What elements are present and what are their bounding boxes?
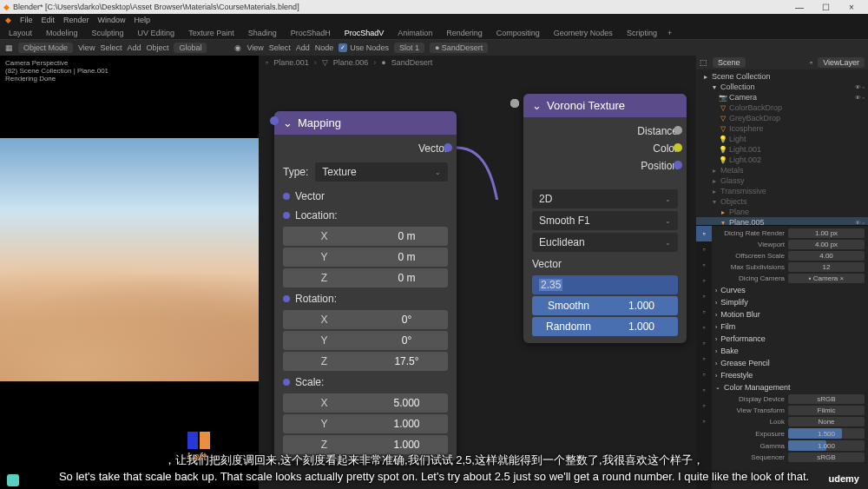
voronoi-metric-select[interactable]: Euclidean⌄ xyxy=(532,233,678,252)
props-tab-data[interactable]: ▫ xyxy=(696,382,712,398)
voronoi-output-distance[interactable]: Distance xyxy=(532,122,678,140)
props-tab-render[interactable]: ▫ xyxy=(696,226,712,241)
outliner-row[interactable]: ▾Objects xyxy=(696,196,868,207)
outliner-row[interactable]: ▸Glassy xyxy=(696,175,868,186)
menu-window[interactable]: Window xyxy=(98,16,126,24)
viewport-menu-view[interactable]: View xyxy=(78,43,95,52)
outliner-row[interactable]: ▸Metals xyxy=(696,165,868,175)
mapping-vector-input[interactable]: Vector xyxy=(283,187,448,206)
visibility-toggles[interactable]: 👁▫ xyxy=(855,220,865,226)
prop-section-simplify[interactable]: ›Simplify xyxy=(715,296,865,308)
tab-shading[interactable]: Shading xyxy=(245,29,280,37)
outliner-row[interactable]: ▸Transmissive xyxy=(696,186,868,196)
visibility-toggles[interactable]: 👁▫ xyxy=(855,84,865,90)
use-nodes-checkbox[interactable]: ✓ Use Nodes xyxy=(339,43,389,52)
prop-section-performance[interactable]: ›Performance xyxy=(715,333,865,345)
tab-texture-paint[interactable]: Texture Paint xyxy=(185,29,238,37)
node-menu-view[interactable]: View xyxy=(247,43,263,52)
mode-select[interactable]: Object Mode xyxy=(18,43,73,53)
max-subdiv-field[interactable]: 12 xyxy=(788,262,865,272)
node-voronoi[interactable]: ⌄ Voronoi Texture Distance Color Positio… xyxy=(523,94,687,343)
breadcrumb-item-2[interactable]: Plane.006 xyxy=(333,58,369,67)
tab-procshadh[interactable]: ProcShadH xyxy=(287,29,334,37)
breadcrumb-item-3[interactable]: SandDesert xyxy=(391,58,433,67)
material-select[interactable]: ● SandDesert xyxy=(430,43,488,53)
props-tab-modifiers[interactable]: ▫ xyxy=(696,320,712,335)
mapping-output-vector[interactable]: Vector xyxy=(283,140,448,157)
prop-section-grease-pencil[interactable]: ›Grease Pencil xyxy=(715,357,865,369)
slot-select[interactable]: Slot 1 xyxy=(394,43,424,53)
props-tab-constraints[interactable]: ▫ xyxy=(696,367,712,382)
collapse-icon[interactable]: ⌄ xyxy=(532,99,542,112)
color-mgmt-header[interactable]: ⌄Color Management xyxy=(715,381,865,393)
props-tab-physics[interactable]: ▫ xyxy=(696,351,712,367)
voronoi-output-position[interactable]: Position xyxy=(532,157,678,175)
outliner-row[interactable]: ▽Icosphere xyxy=(696,123,868,134)
tab-geometry-nodes[interactable]: Geometry Nodes xyxy=(550,29,616,37)
node-mapping[interactable]: ⌄ Mapping Vector Type: Texture⌄ xyxy=(274,111,457,461)
voronoi-dimensions-select[interactable]: 2D⌄ xyxy=(532,189,678,208)
tab-modeling[interactable]: Modeling xyxy=(43,29,82,37)
voronoi-randomness-field[interactable]: Randomn1.000 xyxy=(532,317,678,336)
menu-help[interactable]: Help xyxy=(135,16,151,24)
outliner-row[interactable]: 📷Camera👁▫ xyxy=(696,92,868,102)
props-tab-object[interactable]: ▫ xyxy=(696,304,712,320)
menu-edit[interactable]: Edit xyxy=(42,16,56,24)
prop-section-bake[interactable]: ›Bake xyxy=(715,345,865,357)
node-editor[interactable]: ▫ Plane.001 › ▽ Plane.006 › ● SandDesert… xyxy=(259,56,696,489)
node-editor-icon[interactable]: ◉ xyxy=(234,43,241,52)
voronoi-output-color[interactable]: Color xyxy=(532,140,678,157)
viewport-menu-select[interactable]: Select xyxy=(100,43,122,52)
visibility-toggles[interactable]: 👁▫ xyxy=(855,95,865,101)
mapping-loc-z[interactable]: Z0 m xyxy=(283,268,448,287)
outliner-row[interactable]: ▸Plane xyxy=(696,207,868,217)
orientation-select[interactable]: Global xyxy=(174,43,207,53)
outliner-row[interactable]: ▽ColorBackDrop xyxy=(696,102,868,113)
exposure-slider[interactable]: 1.500 xyxy=(788,428,865,439)
tab-scripting[interactable]: Scripting xyxy=(623,29,661,37)
mapping-scl-y[interactable]: Y1.000 xyxy=(283,414,448,433)
tab-sculpting[interactable]: Sculpting xyxy=(89,29,128,37)
gamma-slider[interactable]: 1.000 xyxy=(788,440,865,451)
dicing-rate-render-field[interactable]: 1.00 px xyxy=(788,228,865,238)
view-transform-select[interactable]: Filmic xyxy=(788,406,865,415)
voronoi-scale-field[interactable]: 2.35 xyxy=(532,275,678,294)
outliner-row[interactable]: 💡Light.001 xyxy=(696,144,868,155)
minimize-button[interactable]: — xyxy=(786,1,812,13)
node-voronoi-header[interactable]: ⌄ Voronoi Texture xyxy=(523,94,687,117)
dicing-rate-viewport-field[interactable]: 4.00 px xyxy=(788,240,865,249)
outliner-row[interactable]: ▾Collection👁▫ xyxy=(696,82,868,92)
props-tab-texture[interactable]: ▫ xyxy=(696,413,712,429)
collapse-icon[interactable]: ⌄ xyxy=(283,116,293,129)
tab-compositing[interactable]: Compositing xyxy=(493,29,543,37)
mapping-rot-z[interactable]: Z17.5° xyxy=(283,352,448,371)
voronoi-feature-select[interactable]: Smooth F1⌄ xyxy=(532,211,678,230)
offscreen-scale-field[interactable]: 4.00 xyxy=(788,251,865,261)
prop-section-freestyle[interactable]: ›Freestyle xyxy=(715,369,865,381)
node-menu-select[interactable]: Select xyxy=(269,43,291,52)
scene-select[interactable]: Scene xyxy=(713,57,746,68)
maximize-button[interactable]: ☐ xyxy=(812,1,838,13)
sequencer-select[interactable]: sRGB xyxy=(788,453,865,462)
node-mapping-header[interactable]: ⌄ Mapping xyxy=(274,111,457,135)
mapping-scl-z[interactable]: Z1.000 xyxy=(283,435,448,454)
props-tab-particles[interactable]: ▫ xyxy=(696,335,712,351)
tab-add[interactable]: + xyxy=(667,29,672,37)
mapping-type-select[interactable]: Texture⌄ xyxy=(315,162,448,182)
mapping-scl-x[interactable]: X5.000 xyxy=(283,393,448,413)
tab-rendering[interactable]: Rendering xyxy=(443,29,486,37)
prop-section-curves[interactable]: ›Curves xyxy=(715,284,865,296)
props-tab-material[interactable]: ▫ xyxy=(696,398,712,413)
mapping-loc-y[interactable]: Y0 m xyxy=(283,248,448,267)
node-canvas[interactable]: ⌄ Mapping Vector Type: Texture⌄ xyxy=(259,69,696,489)
mapping-loc-x[interactable]: X0 m xyxy=(283,227,448,246)
breadcrumb-item-1[interactable]: Plane.001 xyxy=(273,58,309,67)
display-device-select[interactable]: sRGB xyxy=(788,394,865,404)
outliner-row[interactable]: ▸Scene Collection xyxy=(696,71,868,82)
viewlayer-select[interactable]: ViewLayer xyxy=(818,57,865,68)
voronoi-smoothness-field[interactable]: Smoothn1.000 xyxy=(532,296,678,315)
menu-file[interactable]: File xyxy=(20,16,33,24)
outliner[interactable]: ▸Scene Collection▾Collection👁▫📷Camera👁▫▽… xyxy=(696,69,868,226)
node-menu-add[interactable]: Add xyxy=(296,43,310,52)
tab-uv-editing[interactable]: UV Editing xyxy=(135,29,179,37)
